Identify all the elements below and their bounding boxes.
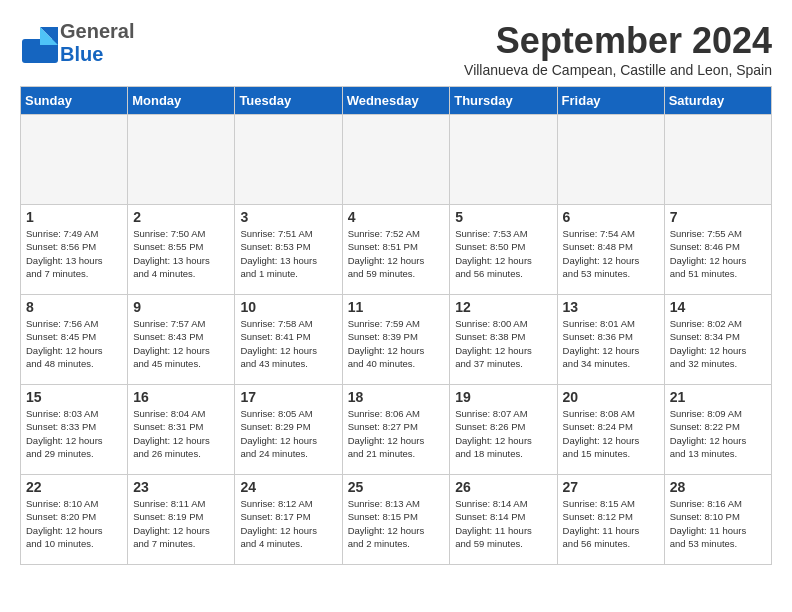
day-number: 7 xyxy=(670,209,766,225)
day-info: Sunrise: 8:16 AM Sunset: 8:10 PM Dayligh… xyxy=(670,497,766,550)
day-number: 19 xyxy=(455,389,551,405)
calendar-header-row: Sunday Monday Tuesday Wednesday Thursday… xyxy=(21,87,772,115)
table-row: 8Sunrise: 7:56 AM Sunset: 8:45 PM Daylig… xyxy=(21,295,128,385)
day-info: Sunrise: 8:00 AM Sunset: 8:38 PM Dayligh… xyxy=(455,317,551,370)
day-number: 9 xyxy=(133,299,229,315)
table-row xyxy=(235,115,342,205)
day-info: Sunrise: 7:52 AM Sunset: 8:51 PM Dayligh… xyxy=(348,227,445,280)
logo-general-text: General xyxy=(60,20,134,42)
table-row: 18Sunrise: 8:06 AM Sunset: 8:27 PM Dayli… xyxy=(342,385,450,475)
table-row xyxy=(664,115,771,205)
day-info: Sunrise: 7:49 AM Sunset: 8:56 PM Dayligh… xyxy=(26,227,122,280)
col-thursday: Thursday xyxy=(450,87,557,115)
table-row: 6Sunrise: 7:54 AM Sunset: 8:48 PM Daylig… xyxy=(557,205,664,295)
day-number: 21 xyxy=(670,389,766,405)
col-saturday: Saturday xyxy=(664,87,771,115)
day-number: 10 xyxy=(240,299,336,315)
table-row: 14Sunrise: 8:02 AM Sunset: 8:34 PM Dayli… xyxy=(664,295,771,385)
day-info: Sunrise: 7:58 AM Sunset: 8:41 PM Dayligh… xyxy=(240,317,336,370)
table-row: 5Sunrise: 7:53 AM Sunset: 8:50 PM Daylig… xyxy=(450,205,557,295)
col-sunday: Sunday xyxy=(21,87,128,115)
day-number: 22 xyxy=(26,479,122,495)
table-row: 13Sunrise: 8:01 AM Sunset: 8:36 PM Dayli… xyxy=(557,295,664,385)
day-info: Sunrise: 8:05 AM Sunset: 8:29 PM Dayligh… xyxy=(240,407,336,460)
col-wednesday: Wednesday xyxy=(342,87,450,115)
table-row: 11Sunrise: 7:59 AM Sunset: 8:39 PM Dayli… xyxy=(342,295,450,385)
table-row: 22Sunrise: 8:10 AM Sunset: 8:20 PM Dayli… xyxy=(21,475,128,565)
day-info: Sunrise: 7:56 AM Sunset: 8:45 PM Dayligh… xyxy=(26,317,122,370)
table-row xyxy=(342,115,450,205)
day-info: Sunrise: 7:54 AM Sunset: 8:48 PM Dayligh… xyxy=(563,227,659,280)
calendar-week-row: 1Sunrise: 7:49 AM Sunset: 8:56 PM Daylig… xyxy=(21,205,772,295)
table-row: 4Sunrise: 7:52 AM Sunset: 8:51 PM Daylig… xyxy=(342,205,450,295)
day-info: Sunrise: 8:07 AM Sunset: 8:26 PM Dayligh… xyxy=(455,407,551,460)
day-number: 23 xyxy=(133,479,229,495)
table-row: 24Sunrise: 8:12 AM Sunset: 8:17 PM Dayli… xyxy=(235,475,342,565)
table-row: 10Sunrise: 7:58 AM Sunset: 8:41 PM Dayli… xyxy=(235,295,342,385)
day-info: Sunrise: 8:10 AM Sunset: 8:20 PM Dayligh… xyxy=(26,497,122,550)
day-number: 12 xyxy=(455,299,551,315)
col-monday: Monday xyxy=(128,87,235,115)
day-number: 11 xyxy=(348,299,445,315)
day-number: 1 xyxy=(26,209,122,225)
day-number: 5 xyxy=(455,209,551,225)
day-number: 16 xyxy=(133,389,229,405)
day-info: Sunrise: 8:01 AM Sunset: 8:36 PM Dayligh… xyxy=(563,317,659,370)
day-info: Sunrise: 8:06 AM Sunset: 8:27 PM Dayligh… xyxy=(348,407,445,460)
day-number: 14 xyxy=(670,299,766,315)
day-number: 15 xyxy=(26,389,122,405)
table-row: 28Sunrise: 8:16 AM Sunset: 8:10 PM Dayli… xyxy=(664,475,771,565)
page-header: General Blue September 2024 Villanueva d… xyxy=(20,20,772,78)
table-row xyxy=(128,115,235,205)
table-row xyxy=(450,115,557,205)
calendar-week-row: 22Sunrise: 8:10 AM Sunset: 8:20 PM Dayli… xyxy=(21,475,772,565)
col-tuesday: Tuesday xyxy=(235,87,342,115)
table-row: 15Sunrise: 8:03 AM Sunset: 8:33 PM Dayli… xyxy=(21,385,128,475)
month-title: September 2024 xyxy=(464,20,772,62)
day-number: 26 xyxy=(455,479,551,495)
table-row xyxy=(21,115,128,205)
day-number: 13 xyxy=(563,299,659,315)
day-number: 3 xyxy=(240,209,336,225)
day-number: 28 xyxy=(670,479,766,495)
day-number: 25 xyxy=(348,479,445,495)
day-number: 27 xyxy=(563,479,659,495)
calendar-week-row: 15Sunrise: 8:03 AM Sunset: 8:33 PM Dayli… xyxy=(21,385,772,475)
day-info: Sunrise: 7:55 AM Sunset: 8:46 PM Dayligh… xyxy=(670,227,766,280)
day-info: Sunrise: 8:14 AM Sunset: 8:14 PM Dayligh… xyxy=(455,497,551,550)
day-info: Sunrise: 7:51 AM Sunset: 8:53 PM Dayligh… xyxy=(240,227,336,280)
table-row: 7Sunrise: 7:55 AM Sunset: 8:46 PM Daylig… xyxy=(664,205,771,295)
logo-blue-text: Blue xyxy=(60,43,103,65)
day-info: Sunrise: 7:53 AM Sunset: 8:50 PM Dayligh… xyxy=(455,227,551,280)
day-info: Sunrise: 7:50 AM Sunset: 8:55 PM Dayligh… xyxy=(133,227,229,280)
day-number: 20 xyxy=(563,389,659,405)
day-info: Sunrise: 8:12 AM Sunset: 8:17 PM Dayligh… xyxy=(240,497,336,550)
day-number: 4 xyxy=(348,209,445,225)
table-row: 12Sunrise: 8:00 AM Sunset: 8:38 PM Dayli… xyxy=(450,295,557,385)
day-info: Sunrise: 8:03 AM Sunset: 8:33 PM Dayligh… xyxy=(26,407,122,460)
day-number: 2 xyxy=(133,209,229,225)
table-row: 2Sunrise: 7:50 AM Sunset: 8:55 PM Daylig… xyxy=(128,205,235,295)
logo-icon xyxy=(20,25,56,61)
calendar-week-row: 8Sunrise: 7:56 AM Sunset: 8:45 PM Daylig… xyxy=(21,295,772,385)
table-row: 21Sunrise: 8:09 AM Sunset: 8:22 PM Dayli… xyxy=(664,385,771,475)
day-info: Sunrise: 7:57 AM Sunset: 8:43 PM Dayligh… xyxy=(133,317,229,370)
day-number: 24 xyxy=(240,479,336,495)
table-row: 16Sunrise: 8:04 AM Sunset: 8:31 PM Dayli… xyxy=(128,385,235,475)
location-subtitle: Villanueva de Campean, Castille and Leon… xyxy=(464,62,772,78)
day-info: Sunrise: 8:09 AM Sunset: 8:22 PM Dayligh… xyxy=(670,407,766,460)
table-row: 26Sunrise: 8:14 AM Sunset: 8:14 PM Dayli… xyxy=(450,475,557,565)
day-info: Sunrise: 8:04 AM Sunset: 8:31 PM Dayligh… xyxy=(133,407,229,460)
table-row: 1Sunrise: 7:49 AM Sunset: 8:56 PM Daylig… xyxy=(21,205,128,295)
logo-text: General Blue xyxy=(60,20,134,66)
title-section: September 2024 Villanueva de Campean, Ca… xyxy=(464,20,772,78)
day-info: Sunrise: 8:02 AM Sunset: 8:34 PM Dayligh… xyxy=(670,317,766,370)
table-row: 17Sunrise: 8:05 AM Sunset: 8:29 PM Dayli… xyxy=(235,385,342,475)
day-info: Sunrise: 8:11 AM Sunset: 8:19 PM Dayligh… xyxy=(133,497,229,550)
calendar-week-row xyxy=(21,115,772,205)
table-row: 23Sunrise: 8:11 AM Sunset: 8:19 PM Dayli… xyxy=(128,475,235,565)
table-row: 25Sunrise: 8:13 AM Sunset: 8:15 PM Dayli… xyxy=(342,475,450,565)
col-friday: Friday xyxy=(557,87,664,115)
table-row: 3Sunrise: 7:51 AM Sunset: 8:53 PM Daylig… xyxy=(235,205,342,295)
day-number: 17 xyxy=(240,389,336,405)
